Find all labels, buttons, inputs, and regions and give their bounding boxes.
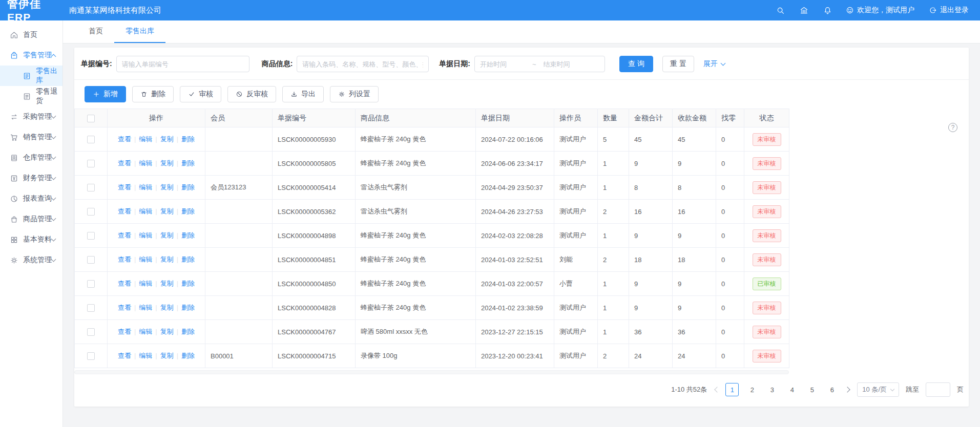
jump-page-input[interactable] (926, 382, 950, 397)
row-checkbox[interactable] (87, 280, 95, 288)
expand-toggle[interactable]: 展开 (703, 59, 725, 69)
start-date-input[interactable] (480, 60, 525, 68)
basic-grid-icon (10, 236, 18, 244)
copy-link[interactable]: 复制 (160, 135, 174, 143)
row-checkbox[interactable] (87, 256, 95, 264)
export-button[interactable]: 导出 (282, 86, 324, 102)
view-link[interactable]: 查看 (118, 135, 131, 143)
unaudit-button[interactable]: 反审核 (227, 86, 276, 102)
sales-cart-icon (10, 133, 18, 142)
sidebar-item-retail-return[interactable]: 零售退货 (0, 86, 62, 106)
sidebar-item-system-mgmt[interactable]: 系统管理 (0, 250, 62, 270)
sidebar-item-goods-mgmt[interactable]: 商品管理 (0, 209, 62, 229)
search-button[interactable]: 查 询 (619, 56, 653, 72)
page-button-4[interactable]: 4 (785, 383, 799, 396)
operator-cell: 测试用户 (554, 320, 598, 344)
delete-link[interactable]: 删除 (181, 304, 195, 311)
bank-icon[interactable] (799, 5, 809, 15)
date-range-picker[interactable]: ~ (474, 56, 605, 72)
delete-link[interactable]: 删除 (181, 280, 195, 287)
delete-button[interactable]: 删除 (132, 86, 174, 102)
copy-link[interactable]: 复制 (160, 280, 174, 287)
view-link[interactable]: 查看 (118, 304, 131, 311)
reset-button[interactable]: 重 置 (662, 56, 694, 72)
delete-link[interactable]: 删除 (181, 255, 195, 263)
bill-no-input[interactable] (116, 56, 249, 72)
view-link[interactable]: 查看 (118, 183, 131, 191)
sidebar-item-sales-mgmt[interactable]: 销售管理 (0, 127, 62, 147)
edit-link[interactable]: 编辑 (139, 304, 152, 311)
edit-link[interactable]: 编辑 (139, 207, 152, 215)
sidebar-item-retail-mgmt[interactable]: 零售管理 (0, 45, 62, 66)
copy-link[interactable]: 复制 (160, 255, 174, 263)
tab-retail-outbound[interactable]: 零售出库 (114, 20, 165, 43)
prev-page-button[interactable] (714, 387, 719, 392)
total-cell: 9 (629, 224, 673, 248)
copy-link[interactable]: 复制 (160, 183, 174, 191)
row-checkbox[interactable] (87, 184, 95, 191)
row-checkbox[interactable] (87, 304, 95, 312)
copy-link[interactable]: 复制 (160, 207, 174, 215)
page-button-5[interactable]: 5 (805, 383, 819, 396)
sidebar-item-finance-mgmt[interactable]: 财务管理 (0, 168, 62, 188)
action-divider: | (155, 135, 157, 143)
page-button-2[interactable]: 2 (745, 383, 759, 396)
help-icon[interactable]: ? (948, 123, 957, 132)
row-checkbox[interactable] (87, 232, 95, 240)
edit-link[interactable]: 编辑 (139, 135, 152, 143)
row-checkbox[interactable] (87, 208, 95, 216)
delete-link[interactable]: 删除 (181, 135, 195, 143)
bell-icon[interactable] (822, 5, 832, 15)
audit-button[interactable]: 审核 (180, 86, 221, 102)
edit-link[interactable]: 编辑 (139, 328, 152, 335)
logout-button[interactable]: 退出登录 (929, 6, 969, 15)
next-page-button[interactable] (845, 387, 850, 392)
view-link[interactable]: 查看 (118, 328, 131, 335)
delete-link[interactable]: 删除 (181, 231, 195, 239)
copy-link[interactable]: 复制 (160, 328, 174, 335)
delete-link[interactable]: 删除 (181, 183, 195, 191)
copy-link[interactable]: 复制 (160, 159, 174, 167)
copy-link[interactable]: 复制 (160, 352, 174, 359)
view-link[interactable]: 查看 (118, 255, 131, 263)
delete-link[interactable]: 删除 (181, 207, 195, 215)
product-info-input[interactable] (297, 56, 429, 72)
page-button-6[interactable]: 6 (825, 383, 839, 396)
page-button-3[interactable]: 3 (765, 383, 779, 396)
sidebar-item-retail-outbound[interactable]: 零售出库 (0, 66, 62, 86)
view-link[interactable]: 查看 (118, 207, 131, 215)
copy-link[interactable]: 复制 (160, 304, 174, 311)
add-button[interactable]: 新增 (85, 86, 126, 102)
tab-home[interactable]: 首页 (77, 20, 114, 43)
view-link[interactable]: 查看 (118, 280, 131, 287)
row-checkbox[interactable] (87, 352, 95, 360)
column-settings-button[interactable]: 列设置 (330, 86, 379, 102)
horizontal-scrollbar[interactable] (74, 370, 789, 374)
delete-link[interactable]: 删除 (181, 159, 195, 167)
row-checkbox[interactable] (87, 136, 95, 143)
delete-link[interactable]: 删除 (181, 328, 195, 335)
edit-link[interactable]: 编辑 (139, 183, 152, 191)
view-link[interactable]: 查看 (118, 231, 131, 239)
sidebar-item-report-query[interactable]: 报表查询 (0, 188, 62, 209)
edit-link[interactable]: 编辑 (139, 159, 152, 167)
edit-link[interactable]: 编辑 (139, 280, 152, 287)
sidebar-item-warehouse-mgmt[interactable]: 仓库管理 (0, 147, 62, 168)
end-date-input[interactable] (544, 60, 589, 68)
edit-link[interactable]: 编辑 (139, 255, 152, 263)
sidebar-item-basic-data[interactable]: 基本资料 (0, 229, 62, 250)
view-link[interactable]: 查看 (118, 159, 131, 167)
page-button-1[interactable]: 1 (725, 383, 739, 396)
sidebar-item-home[interactable]: 首页 (0, 25, 62, 45)
view-link[interactable]: 查看 (118, 352, 131, 359)
page-size-select[interactable]: 10 条/页 (857, 382, 899, 397)
row-checkbox[interactable] (87, 328, 95, 336)
copy-link[interactable]: 复制 (160, 231, 174, 239)
search-icon[interactable] (775, 5, 785, 15)
sidebar-item-purchase-mgmt[interactable]: 采购管理 (0, 106, 62, 127)
select-all-checkbox[interactable] (87, 115, 95, 122)
delete-link[interactable]: 删除 (181, 352, 195, 359)
edit-link[interactable]: 编辑 (139, 231, 152, 239)
edit-link[interactable]: 编辑 (139, 352, 152, 359)
row-checkbox[interactable] (87, 160, 95, 167)
